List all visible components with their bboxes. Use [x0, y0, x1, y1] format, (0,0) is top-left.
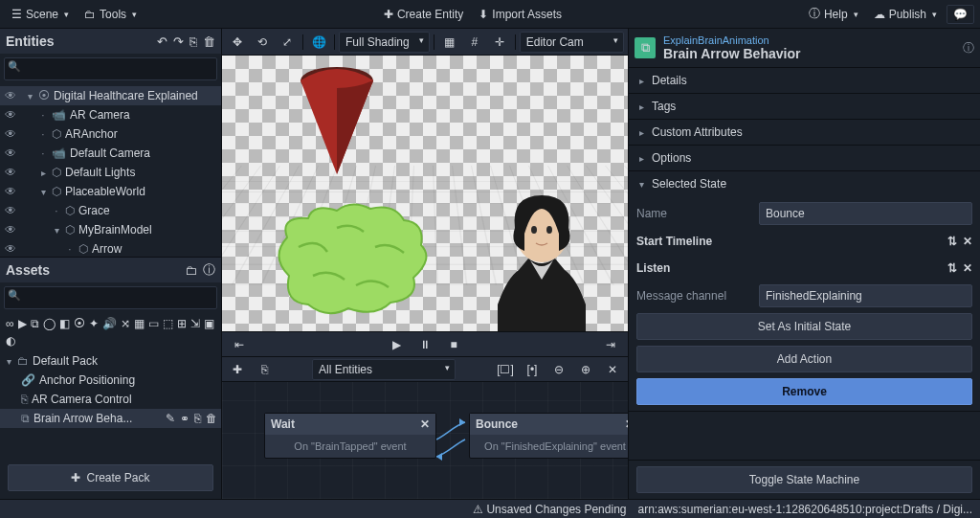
grab-tool[interactable]: ✥ [226, 33, 249, 52]
state-node-wait[interactable]: Wait✕ On "BrainTapped" event [264, 413, 436, 459]
tools-menu[interactable]: 🗀Tools▾ [78, 4, 143, 25]
expand-icon[interactable]: ▾ [25, 91, 34, 101]
remove-button[interactable]: Remove [636, 378, 972, 405]
visibility-icon[interactable]: 👁 [4, 185, 17, 198]
add-action-button[interactable]: Add Action [636, 346, 972, 372]
visibility-icon[interactable]: 👁 [4, 108, 17, 122]
scale-tool[interactable]: ⤢ [276, 33, 299, 52]
feedback-button[interactable]: 💬 [947, 5, 974, 24]
tree-row[interactable]: 👁·⬡Arrow [0, 239, 221, 257]
visibility-icon[interactable]: 👁 [4, 89, 17, 102]
visibility-icon[interactable]: 👁 [4, 127, 17, 141]
tree-row[interactable]: 👁▾⬡PlaceableWorld [0, 182, 221, 201]
asset-row[interactable]: ⧉Brain Arrow Beha...✎⚭⎘🗑 [0, 409, 221, 428]
tree-row[interactable]: 👁·⬡Grace [0, 201, 221, 220]
shading-select[interactable]: Full Shading [339, 32, 430, 53]
add-state-button[interactable]: ✚ [226, 360, 249, 379]
tree-row[interactable]: 👁▾⦿Digital Healthcare Explained [0, 86, 221, 105]
zoom-out-icon[interactable]: ⊖ [547, 360, 570, 379]
entity-label: Default Lights [65, 166, 135, 179]
tree-row[interactable]: 👁▾⬡MyBrainModel [0, 220, 221, 239]
close-panel-icon[interactable]: ✕ [601, 360, 624, 379]
zoom-in-icon[interactable]: ⊕ [574, 360, 597, 379]
expand-icon[interactable]: ▾ [38, 187, 48, 197]
name-input[interactable] [759, 202, 972, 225]
expand-icon[interactable]: ▸ [38, 168, 48, 178]
expand-icon[interactable]: · [65, 244, 75, 255]
expand-icon[interactable]: · [38, 148, 48, 159]
create-pack-button[interactable]: ✚Create Pack [8, 464, 213, 491]
visibility-icon[interactable]: 👁 [4, 146, 17, 160]
section-selected-state[interactable]: ▾Selected State [629, 171, 980, 196]
play-button[interactable]: ▶ [385, 335, 408, 354]
toggle-state-machine-button[interactable]: Toggle State Machine [636, 466, 972, 493]
tree-row[interactable]: 👁·📹Default Camera [0, 144, 221, 163]
tree-row[interactable]: 👁·📹AR Camera [0, 105, 221, 124]
exit-left-icon[interactable]: ⇤ [228, 335, 251, 354]
close-icon[interactable]: ✕ [625, 417, 628, 431]
tree-row[interactable]: 👁·⬡ARAnchor [0, 124, 221, 144]
trash-icon[interactable]: 🗑 [206, 412, 217, 425]
section-details[interactable]: ▸Details [629, 68, 980, 93]
info-icon[interactable]: ⓘ [963, 40, 974, 56]
viewport[interactable] [222, 56, 628, 331]
section-custom-attributes[interactable]: ▸Custom Attributes [629, 120, 980, 145]
expand-icon[interactable]: ▾ [52, 225, 61, 236]
folder-new-icon[interactable]: 🗀 [185, 263, 197, 278]
visibility-icon[interactable]: 👁 [4, 242, 17, 256]
copy-icon[interactable]: ⎘ [194, 412, 201, 425]
frame-all-icon[interactable]: [☐] [494, 360, 517, 379]
expand-icon[interactable]: · [38, 110, 48, 121]
redo-icon[interactable]: ↷ [173, 34, 184, 49]
pause-button[interactable]: ⏸ [413, 335, 436, 354]
set-initial-state-button[interactable]: Set As Initial State [636, 313, 972, 340]
camera-select[interactable]: Editor Cam [520, 32, 624, 53]
assets-search-input[interactable] [4, 286, 217, 309]
rotate-tool[interactable]: ⟲ [251, 33, 274, 52]
frame-selected-icon[interactable]: [•] [521, 360, 544, 379]
close-icon[interactable]: ✕ [963, 261, 972, 275]
tree-row[interactable]: 👁▸⬡Default Lights [0, 163, 221, 182]
copy-icon[interactable]: ⎘ [189, 34, 197, 49]
gizmo-icon[interactable]: ✛ [488, 33, 511, 52]
visibility-icon[interactable]: 👁 [4, 166, 17, 179]
sort-icon[interactable]: ⇅ [947, 261, 957, 275]
help-icon[interactable]: ⓘ [203, 261, 215, 279]
exit-right-icon[interactable]: ⇥ [599, 335, 622, 354]
duplicate-state-button[interactable]: ⎘ [253, 360, 276, 379]
help-menu[interactable]: ⓘHelp▾ [803, 2, 864, 26]
filter-icon[interactable]: ∞ [6, 317, 14, 330]
expand-icon[interactable]: · [52, 206, 61, 216]
import-assets-button[interactable]: ⬇Import Assets [473, 4, 568, 25]
world-space-icon[interactable]: 🌐 [307, 33, 330, 52]
state-node-bounce[interactable]: Bounce✕ On "FinishedExplaining" event [469, 413, 628, 459]
sort-icon[interactable]: ⇅ [947, 235, 957, 248]
section-options[interactable]: ▸Options [629, 146, 980, 170]
asset-pack-row[interactable]: ▾🗀Default Pack [0, 351, 221, 371]
snap-icon[interactable]: # [463, 33, 486, 52]
trash-icon[interactable]: 🗑 [203, 34, 215, 49]
undo-icon[interactable]: ↶ [157, 34, 167, 49]
stop-button[interactable]: ■ [442, 335, 465, 354]
create-entity-button[interactable]: ✚Create Entity [378, 4, 469, 25]
expand-icon[interactable]: · [38, 129, 48, 140]
entities-search-input[interactable] [4, 57, 217, 80]
asset-row[interactable]: 🔗Anchor Positioning [0, 371, 221, 390]
state-toolbar: ✚ ⎘ All Entities [☐] [•] ⊖ ⊕ ✕ [222, 356, 628, 381]
scene-menu[interactable]: ☰Scene▾ [6, 4, 75, 25]
visibility-icon[interactable]: 👁 [4, 223, 17, 236]
entity-filter-select[interactable]: All Entities [312, 359, 456, 380]
link-icon[interactable]: ⚭ [180, 412, 189, 425]
close-icon[interactable]: ✕ [420, 417, 430, 431]
edit-icon[interactable]: ✎ [166, 412, 175, 425]
publish-menu[interactable]: ☁Publish▾ [868, 4, 943, 25]
visibility-icon[interactable]: 👁 [4, 204, 17, 217]
section-tags[interactable]: ▸Tags [629, 94, 980, 119]
grid-icon[interactable]: ▦ [438, 33, 461, 52]
plus-icon: ✚ [71, 471, 80, 484]
asset-row[interactable]: ⎘AR Camera Control [0, 390, 221, 409]
state-canvas[interactable]: Wait✕ On "BrainTapped" event Bounce✕ On … [222, 381, 628, 499]
inspector-panel: ⧉ ExplainBrainAnimation Brain Arrow Beha… [628, 29, 980, 499]
close-icon[interactable]: ✕ [963, 235, 972, 248]
message-channel-input[interactable] [759, 284, 972, 307]
